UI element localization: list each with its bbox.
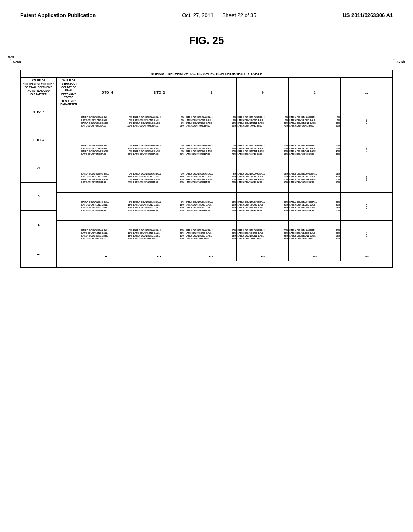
ref-576a: ⌒ 576a <box>8 59 21 65</box>
cell-r1-c5: EARLY COUNT/LONG BALL0% LATE COUNT/LONG … <box>289 108 341 136</box>
cell-r4-c6: ⋮ <box>341 193 392 220</box>
row-header-r1: -5 TO -4 <box>21 98 56 126</box>
col-header-label: VALUE OF "STRIKEOUT COUNT" OF FINAL DEFE… <box>57 78 81 108</box>
cell-r3-c6: ⋮ <box>341 164 392 192</box>
cell-r2-c4: EARLY COUNT/LONG BALL10% LATE COUNT/LONG… <box>237 136 289 164</box>
probability-table: NORMAL DEFENSIVE TACTIC SELECTION PROBAB… <box>20 70 393 268</box>
row-header-r2: -3 TO -2 <box>21 126 56 154</box>
table-row: EARLY COUNT/LONG BALL0% LATE COUNT/LONG … <box>57 221 392 249</box>
curve-arrow-icon-2: ⌒ <box>392 59 396 65</box>
data-columns: VALUE OF "STRIKEOUT COUNT" OF FINAL DEFE… <box>57 78 392 267</box>
table-row: EARLY COUNT/LONG BALL0% LATE COUNT/LONG … <box>57 108 392 136</box>
table-row: EARLY COUNT/LONG BALL0% LATE COUNT/LONG … <box>57 193 392 221</box>
row-header-title: VALUE OF"HITTING PREVENTION"OF FINAL DEF… <box>21 78 56 98</box>
ref-576b: ⌒ 576b <box>392 59 405 65</box>
cell-r2-label <box>57 136 81 164</box>
cell-r5-c1: EARLY COUNT/LONG BALL0% LATE COUNT/LONG … <box>81 221 133 249</box>
col-header-c3: -1 <box>185 78 237 108</box>
cell-r2-c2: EARLY COUNT/LONG BALL0% LATE COUNT/LONG … <box>133 136 185 164</box>
col-headers-row: VALUE OF "STRIKEOUT COUNT" OF FINAL DEFE… <box>57 78 392 108</box>
col-header-c5: 1 <box>289 78 341 108</box>
curve-arrow-icon: ⌒ <box>8 59 13 65</box>
cell-r1-c4: EARLY COUNT/LONG BALL0% LATE COUNT/LONG … <box>237 108 289 136</box>
cell-r1-c6: ⋮ <box>341 108 392 136</box>
cell-r5-c4: EARLY COUNT/LONG BALL25% LATE COUNT/LONG… <box>237 221 289 249</box>
table-title: NORMAL DEFENSIVE TACTIC SELECTION PROBAB… <box>21 70 392 78</box>
cell-r4-c3: EARLY COUNT/LONG BALL15% LATE COUNT/LONG… <box>185 193 237 220</box>
ref-576b-group: ⌒ 576b <box>392 59 405 65</box>
row-header-r6: ... <box>21 239 56 267</box>
cell-r3-c4: EARLY COUNT/LONG BALL15% LATE COUNT/LONG… <box>237 164 289 192</box>
row-header-column: VALUE OF"HITTING PREVENTION"OF FINAL DEF… <box>21 78 57 267</box>
table-row: EARLY COUNT/LONG BALL0% LATE COUNT/LONG … <box>57 136 392 164</box>
cell-r4-c5: EARLY COUNT/LONG BALL30% LATE COUNT/LONG… <box>289 193 341 220</box>
table-row: ... ... ... ... ... ... <box>57 249 392 261</box>
col-header-c4: 0 <box>237 78 289 108</box>
header-date-sheet: Oct. 27, 2011 Sheet 22 of 35 <box>182 12 256 18</box>
cell-r4-c4: EARLY COUNT/LONG BALL20% LATE COUNT/LONG… <box>237 193 289 220</box>
cell-r5-c5: EARLY COUNT/LONG BALL30% LATE COUNT/LONG… <box>289 221 341 249</box>
cell-r5-c2: EARLY COUNT/LONG BALL10% LATE COUNT/LONG… <box>133 221 185 249</box>
cell-r2-c5: EARLY COUNT/LONG BALL10% LATE COUNT/LONG… <box>289 136 341 164</box>
cell-r6-c6: ... <box>341 249 392 261</box>
cell-r1-c1: EARLY COUNT/LONG BALL0% LATE COUNT/LONG … <box>81 108 133 136</box>
col-header-c6: ... <box>341 78 392 108</box>
cell-r2-c6: ⋮ <box>341 136 392 164</box>
cell-r6-c5: ... <box>289 249 341 261</box>
cell-r1-label <box>57 108 81 136</box>
col-header-c1: -5 TO -4 <box>81 78 133 108</box>
cell-r2-c1: EARLY COUNT/LONG BALL0% LATE COUNT/LONG … <box>81 136 133 164</box>
cell-r5-label <box>57 221 81 249</box>
header-patent-number: US 2011/0263306 A1 <box>342 12 393 18</box>
cell-r5-c6: ⋮ <box>341 221 392 249</box>
row-header-r5: 1 <box>21 211 56 239</box>
ref-576-label: 576 <box>8 55 14 59</box>
page-header: Patent Application Publication Oct. 27, … <box>0 0 413 22</box>
header-sheet: Sheet 22 of 35 <box>222 12 257 18</box>
table-body: VALUE OF"HITTING PREVENTION"OF FINAL DEF… <box>21 78 392 267</box>
cell-r5-c3: EARLY COUNT/LONG BALL15% LATE COUNT/LONG… <box>185 221 237 249</box>
cell-r4-c2: EARLY COUNT/LONG BALL5% LATE COUNT/LONG … <box>133 193 185 220</box>
header-publication: Patent Application Publication <box>20 12 96 18</box>
cell-r3-c5: EARLY COUNT/LONG BALL15% LATE COUNT/LONG… <box>289 164 341 192</box>
cell-r6-c3: ... <box>185 249 237 261</box>
header-date: Oct. 27, 2011 <box>182 12 213 18</box>
col-header-c2: -3 TO -2 <box>133 78 185 108</box>
cell-r4-label <box>57 193 81 220</box>
ref-576b-label: 576b <box>396 60 405 64</box>
row-header-r4: 0 <box>21 183 56 211</box>
cell-r1-c2: EARLY COUNT/LONG BALL0% LATE COUNT/LONG … <box>133 108 185 136</box>
cell-r6-c1: ... <box>81 249 133 261</box>
figure-title: FIG. 25 <box>0 34 413 47</box>
ref-left-group: 576 ⌒ 576a <box>8 55 21 65</box>
cell-r3-c1: EARLY COUNT/LONG BALL0% LATE COUNT/LONG … <box>81 164 133 192</box>
main-content: NORMAL DEFENSIVE TACTIC SELECTION PROBAB… <box>0 66 413 276</box>
cell-r3-c3: EARLY COUNT/LONG BALL5% LATE COUNT/LONG … <box>185 164 237 192</box>
ref-576a-label: 576a <box>13 60 21 64</box>
table-row: EARLY COUNT/LONG BALL0% LATE COUNT/LONG … <box>57 164 392 193</box>
ref-576: 576 <box>8 55 21 59</box>
cell-r6-c2: ... <box>133 249 185 261</box>
row-header-r3: -1 <box>21 154 56 183</box>
cell-r6-c4: ... <box>237 249 289 261</box>
cell-r1-c3: EARLY COUNT/LONG BALL0% LATE COUNT/LONG … <box>185 108 237 136</box>
cell-r4-c1: EARLY COUNT/LONG BALL0% LATE COUNT/LONG … <box>81 193 133 220</box>
cell-r3-label <box>57 164 81 192</box>
top-references: 576 ⌒ 576a ⌒ 576b <box>0 55 413 65</box>
cell-r2-c3: EARLY COUNT/LONG BALL5% LATE COUNT/LONG … <box>185 136 237 164</box>
cell-r3-c2: EARLY COUNT/LONG BALL0% LATE COUNT/LONG … <box>133 164 185 192</box>
cell-r6-label <box>57 249 81 261</box>
